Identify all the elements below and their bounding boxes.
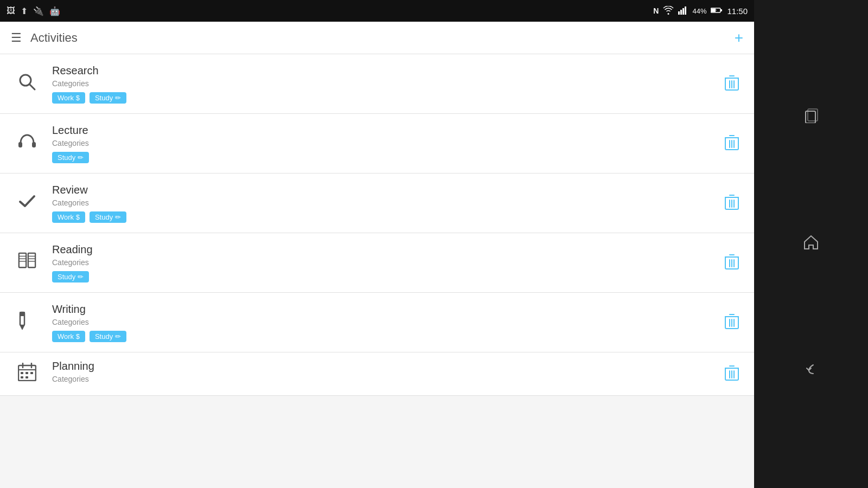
- tag-study[interactable]: Study ✏: [52, 152, 89, 163]
- svg-rect-29: [19, 253, 26, 267]
- activity-subtitle: Categories: [52, 139, 720, 147]
- list-item: Planning Categories: [0, 352, 754, 396]
- svg-rect-56: [21, 372, 23, 374]
- add-activity-button[interactable]: +: [735, 30, 743, 46]
- activity-subtitle: Categories: [52, 318, 720, 326]
- activity-subtitle: Categories: [52, 258, 720, 267]
- home-button[interactable]: [803, 234, 819, 254]
- toolbar: ☰ Activities +: [0, 22, 754, 54]
- check-icon: [18, 192, 36, 214]
- svg-rect-59: [21, 376, 23, 378]
- activity-tags: Work $ Study ✏: [52, 211, 720, 223]
- svg-rect-58: [30, 372, 33, 374]
- toolbar-left: ☰ Activities: [11, 31, 78, 45]
- status-bar: 🖼 ⬆ 🔌 🤖 N 44%: [0, 0, 754, 22]
- activity-icon-wrap: [11, 133, 43, 154]
- delete-button[interactable]: [720, 249, 743, 277]
- android-icon: 🤖: [49, 6, 60, 16]
- wifi-icon: [663, 6, 674, 16]
- svg-rect-57: [25, 372, 28, 374]
- svg-rect-15: [18, 142, 22, 147]
- activity-subtitle: Categories: [52, 375, 720, 383]
- page-title: Activities: [30, 31, 78, 45]
- activity-content: Writing Categories Work $ Study ✏: [43, 303, 720, 342]
- status-bar-right: N 44%: [653, 6, 748, 16]
- time-display: 11:50: [727, 7, 748, 16]
- list-item: Research Categories Work $ Study ✏: [0, 54, 754, 114]
- svg-rect-3: [685, 7, 686, 15]
- delete-button[interactable]: [720, 309, 743, 337]
- activity-tags: Study ✏: [52, 152, 720, 163]
- activity-icon-wrap: [11, 311, 43, 333]
- delete-button[interactable]: [720, 189, 743, 217]
- back-button[interactable]: [803, 362, 819, 380]
- svg-rect-5: [711, 9, 716, 12]
- android-nav-sidebar: [754, 0, 868, 488]
- tag-study[interactable]: Study ✏: [90, 331, 126, 342]
- activity-content: Reading Categories Study ✏: [43, 243, 720, 282]
- svg-rect-1: [680, 10, 682, 15]
- tag-study[interactable]: Study ✏: [90, 92, 126, 104]
- activity-icon-wrap: [11, 252, 43, 274]
- activity-subtitle: Categories: [52, 79, 720, 88]
- tag-study[interactable]: Study ✏: [52, 271, 89, 282]
- search-icon: [18, 73, 36, 95]
- tag-study[interactable]: Study ✏: [90, 211, 126, 223]
- app-area: ☰ Activities + Research Categories Work …: [0, 22, 754, 488]
- book-icon: [18, 252, 36, 274]
- delete-button[interactable]: [720, 70, 743, 98]
- recent-apps-button[interactable]: [803, 108, 819, 126]
- list-item: Writing Categories Work $ Study ✏: [0, 293, 754, 352]
- image-icon: 🖼: [7, 6, 15, 16]
- activity-content: Review Categories Work $ Study ✏: [43, 184, 720, 223]
- list-item: Review Categories Work $ Study ✏: [0, 174, 754, 233]
- menu-icon[interactable]: ☰: [11, 31, 22, 45]
- battery-percent: 44%: [692, 7, 706, 15]
- activity-content: Lecture Categories Study ✏: [43, 124, 720, 163]
- svg-line-8: [29, 84, 35, 89]
- activity-name: Reading: [52, 243, 720, 256]
- delete-button[interactable]: [720, 360, 743, 388]
- activity-icon-wrap: [11, 363, 43, 385]
- nfc-icon: N: [653, 7, 659, 15]
- svg-rect-45: [20, 312, 25, 316]
- svg-rect-0: [678, 11, 680, 15]
- svg-rect-30: [28, 253, 35, 267]
- activity-subtitle: Categories: [52, 198, 720, 207]
- activity-tags: Work $ Study ✏: [52, 92, 720, 104]
- tag-work[interactable]: Work $: [52, 331, 85, 342]
- activity-name: Review: [52, 184, 720, 196]
- activity-tags: Study ✏: [52, 271, 720, 282]
- activity-list: Research Categories Work $ Study ✏: [0, 54, 754, 488]
- signal-icon: [678, 6, 688, 16]
- headphones-icon: [18, 133, 36, 154]
- battery-icon: [711, 7, 723, 15]
- tag-work[interactable]: Work $: [52, 211, 85, 223]
- pencil-icon: [16, 311, 39, 333]
- list-item: Lecture Categories Study ✏: [0, 114, 754, 174]
- tag-work[interactable]: Work $: [52, 92, 85, 104]
- activity-icon-wrap: [11, 73, 43, 95]
- usb-icon: 🔌: [33, 6, 44, 16]
- activity-name: Research: [52, 65, 720, 77]
- svg-rect-16: [32, 142, 36, 147]
- svg-rect-60: [25, 376, 28, 378]
- activity-icon-wrap: [11, 192, 43, 214]
- delete-button[interactable]: [720, 130, 743, 158]
- activity-name: Lecture: [52, 124, 720, 137]
- activity-content: Planning Categories: [43, 360, 720, 388]
- svg-rect-2: [682, 8, 684, 15]
- list-item: Reading Categories Study ✏: [0, 233, 754, 293]
- activity-content: Research Categories Work $ Study ✏: [43, 65, 720, 104]
- activity-name: Planning: [52, 360, 720, 373]
- status-bar-left: 🖼 ⬆ 🔌 🤖: [7, 6, 60, 16]
- calendar-icon: [18, 363, 36, 385]
- activity-name: Writing: [52, 303, 720, 316]
- upload-icon: ⬆: [21, 6, 28, 16]
- activity-tags: Work $ Study ✏: [52, 331, 720, 342]
- svg-rect-6: [720, 9, 722, 11]
